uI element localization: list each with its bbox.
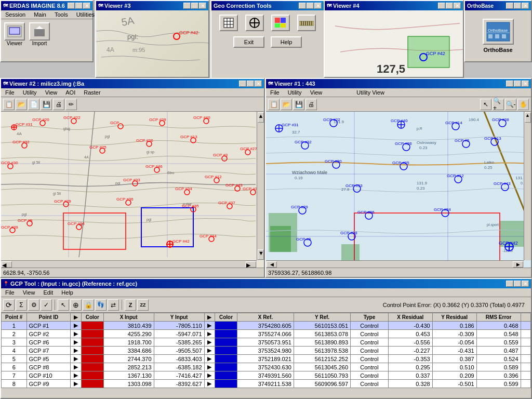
v2-tb2[interactable]: 📂 xyxy=(16,99,27,110)
erdas-close-btn[interactable]: ✕ xyxy=(83,3,90,9)
table-row[interactable]: 7 GCP #10 ▶ 1367.130 -7416.427 ▶ 3749391… xyxy=(2,371,531,380)
v2-menu-utility[interactable]: Utility xyxy=(21,89,39,96)
v1-menu-utility[interactable]: Utility xyxy=(286,89,304,96)
help-btn[interactable]: Help xyxy=(271,36,302,48)
orthobase-max[interactable]: □ xyxy=(514,3,521,9)
orthobase-min[interactable]: _ xyxy=(506,3,513,9)
gcp-tb-sigma[interactable]: Σ xyxy=(16,299,27,311)
viewer3-max[interactable]: □ xyxy=(191,3,198,9)
gcp-tb-check[interactable]: ✓ xyxy=(41,299,52,311)
gcp-tb-zz[interactable]: ZZ xyxy=(137,299,149,311)
orthobase-icon-btn[interactable]: OrthoBase xyxy=(483,19,514,45)
v1-tb3[interactable]: 💾 xyxy=(293,99,304,110)
svg-text:GCP #33: GCP #33 xyxy=(123,178,140,182)
viewer1-close[interactable]: ✕ xyxy=(522,81,529,87)
viewer4-map[interactable]: GCP #42 127,5 xyxy=(325,10,463,77)
viewer1-max[interactable]: □ xyxy=(514,81,521,87)
table-row[interactable]: 2 GCP #2 ▶ 4255.290 -5947.071 ▶ 3755274.… xyxy=(2,330,531,338)
geo-table-btn[interactable] xyxy=(219,15,238,31)
v1-menu-file[interactable]: File xyxy=(268,89,282,96)
viewer1-min[interactable]: _ xyxy=(506,81,513,87)
v2-tb1[interactable]: 📋 xyxy=(3,99,15,110)
v2-menu-raster[interactable]: Raster xyxy=(82,89,102,96)
erdas-max-btn[interactable]: □ xyxy=(75,3,83,9)
cell-type: Control xyxy=(351,363,389,371)
svg-text:GCP #3: GCP #3 xyxy=(296,237,311,242)
gcp-tb-settings[interactable]: ⚙ xyxy=(28,299,39,311)
gcp-tb-add[interactable]: ⊕ xyxy=(70,299,82,311)
table-row[interactable]: 8 GCP #9 ▶ 1303.098 -8392.627 ▶ 3749211.… xyxy=(2,380,531,388)
v1-tb1[interactable]: 📋 xyxy=(268,99,280,110)
v1-zoom-out[interactable]: 🔍- xyxy=(505,99,516,110)
gcp-tb-refresh[interactable]: ⟳ xyxy=(3,299,15,311)
gcp-menu-help[interactable]: Help xyxy=(59,289,75,296)
gcp-tb-walk[interactable]: 👣 xyxy=(95,299,107,311)
table-row[interactable]: 6 GCP #8 ▶ 2852.213 -6385.182 ▶ 3752430.… xyxy=(2,363,531,371)
v1-pan[interactable]: ✋ xyxy=(517,99,529,110)
v2-tb3[interactable]: 📄 xyxy=(28,99,39,110)
viewer2-map-area[interactable]: 4A glsg pgl gl 58 4A gl.sp 6bu pgl gl 58… xyxy=(1,112,264,268)
table-row[interactable]: 1 GCP #1 ▶ 3810.439 -7805.110 ▶ 3754280.… xyxy=(2,322,531,330)
gcp-max[interactable]: □ xyxy=(514,281,521,287)
v1-menu-view[interactable]: View xyxy=(308,89,325,96)
geo-close[interactable]: ✕ xyxy=(314,3,322,9)
viewer2-min[interactable]: _ xyxy=(239,81,246,87)
table-row[interactable]: 3 GCP #6 ▶ 1918.700 -5385.265 ▶ 3750573.… xyxy=(2,338,531,347)
gcp-tb-cursor[interactable]: ↖ xyxy=(58,299,69,311)
v1-zoom-in[interactable]: 🔍+ xyxy=(493,99,504,110)
gcp-tb-z[interactable]: Z xyxy=(125,299,136,311)
viewer-btn[interactable]: Viewer xyxy=(4,22,25,46)
geo-crosshair-btn[interactable] xyxy=(245,15,264,31)
menu-utilities[interactable]: Utilities xyxy=(74,11,97,18)
geo-min[interactable]: _ xyxy=(299,3,306,9)
viewer2-hscroll[interactable]: ◀ ▶ xyxy=(1,260,257,268)
cell-yres: 0.209 xyxy=(432,371,476,380)
geo-color-btn[interactable] xyxy=(271,15,290,31)
gcp-menu-edit[interactable]: Edit xyxy=(41,289,55,296)
table-row[interactable]: 5 GCP #5 ▶ 2744.370 -6833.403 ▶ 3752189.… xyxy=(2,355,531,363)
viewer2-close[interactable]: ✕ xyxy=(255,81,262,87)
viewer2-max[interactable]: □ xyxy=(247,81,254,87)
menu-session[interactable]: Session xyxy=(3,11,28,18)
orthobase-close[interactable]: ✕ xyxy=(522,3,529,9)
v2-menu-view[interactable]: View xyxy=(43,89,60,96)
v2-tb5[interactable]: 🖨 xyxy=(53,99,64,110)
svg-text:GCP #33: GCP #33 xyxy=(345,183,363,188)
gcp-tb-arrows[interactable]: ⇄ xyxy=(108,299,119,311)
viewer2-vscroll[interactable]: ▲ ▼ xyxy=(257,112,264,260)
gcp-table-container[interactable]: Point # Point ID ▶ Color X Input Y Input… xyxy=(1,313,531,389)
viewer1-vscroll[interactable]: ▲ xyxy=(524,112,531,260)
viewer1-hscroll[interactable]: ◀ ▶ xyxy=(266,260,524,268)
v1-cursor[interactable]: ↖ xyxy=(480,99,491,110)
gcp-menu-view[interactable]: View xyxy=(21,289,37,296)
gcp-close[interactable]: ✕ xyxy=(522,281,529,287)
viewer3-close[interactable]: ✕ xyxy=(199,3,206,9)
viewer4-max[interactable]: □ xyxy=(446,3,453,9)
v2-tb6[interactable]: ✏ xyxy=(65,99,77,110)
table-row[interactable]: 4 GCP #7 ▶ 3384.686 -9505.507 ▶ 3753524.… xyxy=(2,347,531,355)
gcp-tb-lock[interactable]: 🔒 xyxy=(83,299,94,311)
gcp-min[interactable]: _ xyxy=(506,281,513,287)
cell-yref: 5613978.538 xyxy=(294,347,350,355)
v2-menu-aoi[interactable]: AOI xyxy=(63,89,77,96)
col-yinput: Y Input xyxy=(154,313,204,322)
v2-menu-file[interactable]: File xyxy=(3,89,17,96)
v2-tb4[interactable]: 💾 xyxy=(41,99,52,110)
v1-tb4[interactable]: 🖨 xyxy=(305,99,317,110)
import-btn[interactable]: Import xyxy=(29,22,50,46)
geo-max[interactable]: □ xyxy=(307,3,314,9)
menu-main[interactable]: Main xyxy=(32,11,48,18)
viewer3-min[interactable]: _ xyxy=(183,3,191,9)
menu-tools[interactable]: Tools xyxy=(52,11,70,18)
exit-btn[interactable]: Exit xyxy=(233,36,264,48)
cell-extra xyxy=(521,347,530,355)
viewer4-min[interactable]: _ xyxy=(438,3,445,9)
v1-tb2[interactable]: 📂 xyxy=(281,99,292,110)
erdas-min-btn[interactable]: _ xyxy=(68,3,75,9)
gcp-menu-file[interactable]: File xyxy=(3,289,17,296)
viewer3-map[interactable]: 5A pgl: 4A m:95 GCP #42 xyxy=(96,10,208,77)
utility-view-label[interactable]: Utility View xyxy=(354,89,387,96)
viewer1-map-area[interactable]: 131.9 190.4 p.R 32.7 Ostrowasy 0.23 Lalk… xyxy=(266,112,531,268)
geo-ruler-btn[interactable] xyxy=(297,15,316,31)
viewer4-close[interactable]: ✕ xyxy=(454,3,461,9)
